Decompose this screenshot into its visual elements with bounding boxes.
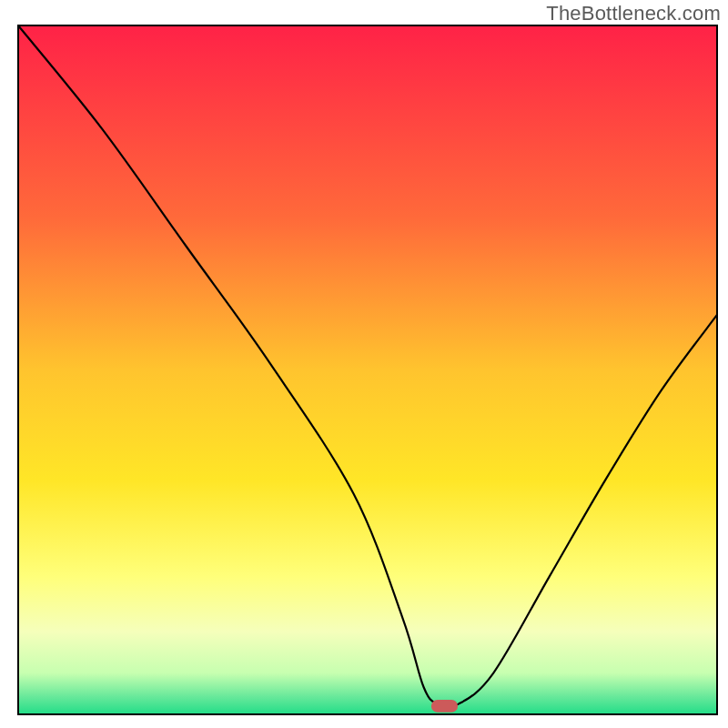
gradient-background (18, 25, 717, 714)
chart-container: TheBottleneck.com (0, 0, 728, 728)
optimal-marker (431, 700, 458, 713)
bottleneck-chart (0, 0, 728, 728)
watermark-text: TheBottleneck.com (546, 2, 721, 25)
